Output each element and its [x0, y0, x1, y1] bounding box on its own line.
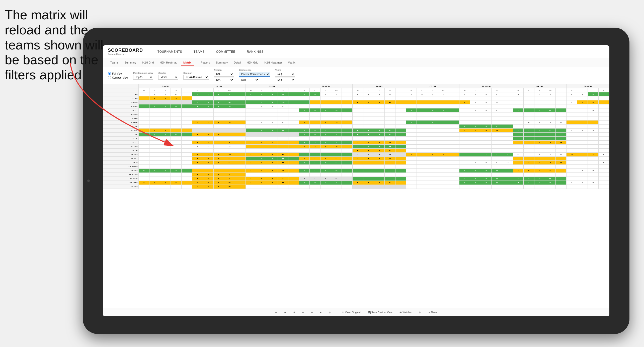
cell-r0-c41: 1 [577, 92, 588, 96]
cell-r23-c36 [524, 185, 534, 189]
cell-r17-c34: 13 [502, 161, 513, 165]
cell-r1-c15 [299, 96, 310, 100]
toolbar-record[interactable]: ● [318, 311, 323, 314]
wlt-uw-w: W [192, 88, 203, 92]
toolbar-refresh[interactable]: ↺ [291, 311, 296, 314]
toolbar-zoom-out[interactable]: ⊖ [309, 311, 314, 314]
cell-r19-c27 [427, 169, 438, 173]
cell-r0-c3: 23 [171, 92, 182, 96]
cell-r0-c10: 2 [246, 92, 256, 96]
cell-r10-c23: 0 [384, 133, 395, 137]
sub-nav-separator [196, 60, 196, 65]
cell-r14-c1 [149, 149, 160, 153]
row-label-18: 19. TAMU [103, 165, 139, 169]
toolbar-share-settings[interactable]: ⚙ [417, 311, 422, 314]
cell-r18-c12 [267, 165, 278, 169]
cell-r6-c42 [588, 117, 599, 121]
sub-tab-summary2[interactable]: Summary [213, 60, 230, 66]
cell-r7-c25: 1 [406, 121, 417, 125]
region-select[interactable]: N/A [214, 72, 234, 77]
cell-r2-c6: 4 [203, 100, 214, 104]
cell-r17-c42 [588, 161, 599, 165]
compact-view-radio[interactable]: Compact View [108, 76, 128, 79]
row-label-0: 1. AU [103, 92, 139, 96]
nav-rankings[interactable]: RANKINGS [245, 49, 266, 54]
toolbar-zoom-in[interactable]: ⊕ [300, 311, 305, 314]
cell-r8-c28 [438, 125, 449, 129]
division-select[interactable]: NCAA Division I [183, 75, 209, 80]
cell-r3-c43 [598, 104, 609, 108]
gender-select[interactable]: Men's [158, 75, 178, 80]
cell-r4-c38: 40 [545, 108, 556, 112]
cell-r1-c10 [246, 96, 256, 100]
toolbar-undo[interactable]: ↩ [273, 311, 278, 314]
nav-committee[interactable]: COMMITTEE [214, 49, 237, 54]
toolbar-share[interactable]: ↗ Share [426, 311, 439, 314]
cell-r11-c41 [577, 137, 588, 141]
sub-tab-summary1[interactable]: Summary [122, 60, 139, 66]
conference-select[interactable]: Pac-12 Conference ▾ [239, 72, 270, 77]
sub-tab-matrix1[interactable]: Matrix [181, 60, 194, 66]
wlt-uo-w: W [352, 88, 363, 92]
cell-r10-c20: 0 [352, 133, 363, 137]
sub-tab-detail[interactable]: Detail [231, 60, 243, 66]
toolbar-target[interactable]: ⊙ [327, 311, 332, 314]
max-teams-select[interactable]: Top 25 [133, 75, 153, 80]
cell-r16-c37 [534, 157, 545, 161]
cell-r9-c38: 51 [545, 129, 556, 133]
cell-r11-c12 [267, 137, 278, 141]
cell-r3-c13: 8 [278, 104, 288, 108]
cell-r3-c16 [310, 104, 320, 108]
cell-r10-c12 [267, 133, 278, 137]
cell-r3-c7: 0 [213, 104, 224, 108]
cell-r13-c18: 36 [331, 145, 342, 149]
cell-r15-c21: 2 [363, 153, 374, 157]
cell-r0-c27: 0 [427, 92, 438, 96]
cell-r10-c2: 0 [160, 133, 171, 137]
sub-tab-matrix2[interactable]: Matrix [285, 60, 298, 66]
team-sub-select[interactable]: (All) [275, 78, 295, 82]
toolbar-view-original[interactable]: 👁 View: Original [340, 311, 362, 314]
cell-r0-c20: 0 [352, 92, 363, 96]
full-view-radio[interactable]: Full View [108, 72, 128, 75]
toolbar-redo[interactable]: ↪ [282, 311, 287, 314]
cell-r3-c11: 1 [256, 104, 267, 108]
cell-r6-c12 [267, 117, 278, 121]
cell-r13-c32 [481, 145, 492, 149]
cell-r6-c13 [278, 117, 288, 121]
nav-tournaments[interactable]: TOURNAMENTS [155, 49, 184, 54]
sub-tab-h2h-grid1[interactable]: H2H Grid [140, 60, 156, 66]
cell-r17-c9 [235, 161, 246, 165]
region-sub-select[interactable]: N/A [214, 78, 234, 82]
matrix-area[interactable]: 3. ASU 10. UW 11. UA 22. UCB 24. UO 27. … [103, 84, 609, 308]
cell-r14-c40 [566, 149, 577, 153]
cell-r2-c1 [149, 100, 160, 104]
cell-r2-c19 [342, 100, 353, 104]
cell-r14-c10 [246, 149, 256, 153]
cell-r19-c34 [502, 169, 513, 173]
cell-r6-c14 [288, 117, 299, 121]
cell-r8-c30: 0 [459, 125, 470, 129]
cell-r17-c10: 1 [246, 161, 256, 165]
sub-tab-h2h-heatmap1[interactable]: H2H Heatmap [157, 60, 180, 66]
nav-teams[interactable]: TEAMS [192, 49, 207, 54]
toolbar-save-custom[interactable]: 💾 Save Custom View [366, 311, 394, 314]
sub-tab-players[interactable]: Players [198, 60, 212, 66]
max-teams-filter: Max teams in view Top 25 [133, 72, 153, 80]
conference-sub-select[interactable]: (All) [239, 78, 259, 82]
cell-r23-c16 [310, 185, 320, 189]
cell-r2-c34 [502, 100, 513, 104]
cell-r19-c22 [374, 169, 385, 173]
cell-r12-c18: 0 [331, 141, 342, 145]
sub-tab-h2h-grid2[interactable]: H2H Grid [244, 60, 261, 66]
cell-r0-c9 [235, 92, 246, 96]
cell-r23-c7: 0 [213, 185, 224, 189]
cell-r3-c2: 0 [160, 104, 171, 108]
sub-tab-h2h-heatmap2[interactable]: H2H Heatmap [262, 60, 284, 66]
cell-r16-c25 [406, 157, 417, 161]
cell-r23-c40 [566, 185, 577, 189]
cell-r13-c24 [395, 145, 406, 149]
conference-label: Conference [239, 69, 270, 71]
team-select[interactable]: (All) [275, 72, 295, 77]
toolbar-watch[interactable]: 👁 Watch ▾ [398, 311, 413, 314]
